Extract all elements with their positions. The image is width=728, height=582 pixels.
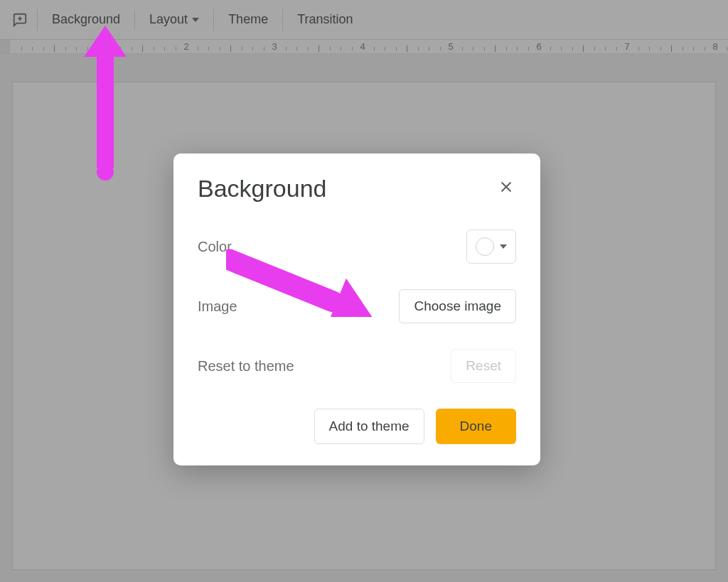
add-to-theme-button[interactable]: Add to theme bbox=[314, 409, 424, 444]
chevron-down-icon bbox=[500, 244, 507, 249]
image-row-label: Image bbox=[198, 298, 237, 315]
background-dialog: Background Color Image Choose image Rese… bbox=[173, 153, 540, 465]
choose-image-button[interactable]: Choose image bbox=[399, 289, 516, 323]
done-button[interactable]: Done bbox=[436, 409, 516, 444]
color-swatch bbox=[476, 237, 494, 256]
dialog-title: Background bbox=[198, 175, 326, 203]
reset-row-label: Reset to theme bbox=[198, 358, 294, 374]
reset-button: Reset bbox=[451, 349, 516, 383]
color-row-label: Color bbox=[198, 239, 232, 255]
close-icon[interactable] bbox=[496, 177, 516, 201]
color-picker[interactable] bbox=[466, 230, 516, 264]
